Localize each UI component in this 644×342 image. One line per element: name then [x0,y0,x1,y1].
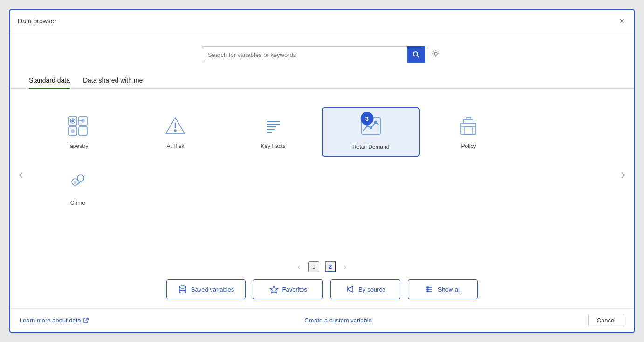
grid-item-key-facts[interactable]: Key Facts [224,107,322,157]
cancel-button[interactable]: Cancel [588,314,624,327]
svg-rect-44 [427,289,428,290]
svg-point-34 [179,286,186,288]
svg-point-8 [72,120,74,122]
by-source-button[interactable]: By source [330,279,400,299]
svg-line-36 [347,286,353,289]
pagination-row: ‹ 1 2 › [29,252,615,279]
grid-item-retail-demand[interactable]: 3 Retail Demand [322,107,420,157]
search-row [29,31,615,72]
svg-point-21 [374,121,377,124]
svg-point-10 [71,130,74,133]
retail-demand-label: Retail Demand [352,144,389,150]
key-facts-label: Key Facts [260,143,285,149]
search-input[interactable] [202,46,407,63]
dialog-header: Data browser × [10,10,634,31]
at-risk-label: At Risk [166,143,184,149]
svg-marker-35 [270,286,278,293]
at-risk-icon-wrap [162,113,188,139]
data-browser-dialog: Data browser × [9,9,635,333]
learn-more-link[interactable]: Learn more about data [20,317,89,324]
policy-label: Policy [461,143,476,149]
chevron-right-icon [619,172,626,179]
at-risk-icon [164,115,186,137]
pagination-next[interactable]: › [341,262,349,272]
svg-rect-43 [427,287,428,288]
key-facts-icon-wrap [260,113,286,139]
svg-point-0 [413,52,418,56]
gear-icon [431,49,440,58]
external-link-icon [83,318,89,323]
star-icon [269,285,279,294]
svg-point-33 [74,181,76,183]
show-all-button[interactable]: Show all [408,279,478,299]
favorites-button[interactable]: Favorites [253,279,323,299]
nav-arrow-right[interactable] [615,167,630,185]
page-2-button[interactable]: 2 [325,261,336,272]
database-icon [178,285,187,294]
dialog-title: Data browser [18,17,56,25]
grid-item-tapestry[interactable]: Tapestry [29,107,127,157]
saved-variables-button[interactable]: Saved variables [166,279,246,299]
settings-button[interactable] [429,47,442,63]
tapestry-icon-wrap [65,113,91,139]
tapestry-icon [67,115,89,137]
grid-item-crime[interactable]: Crime [29,164,127,212]
svg-line-46 [85,318,88,321]
chevron-left-icon [18,172,25,179]
dialog-footer: Learn more about data Create a custom va… [10,308,634,332]
content-area: Tapestry At Risk [29,100,615,252]
svg-rect-45 [427,291,428,292]
nav-arrow-left[interactable] [14,167,29,185]
svg-point-14 [174,130,176,132]
page-1-button[interactable]: 1 [308,261,319,272]
search-icon [412,51,420,58]
svg-rect-26 [465,127,472,134]
tabs-row: Standard data Data shared with me [10,72,634,89]
pagination-prev[interactable]: ‹ [295,262,303,272]
policy-icon [457,115,480,137]
bottom-actions: Saved variables Favorites By source [29,279,615,308]
svg-point-2 [434,52,437,55]
crime-icon-wrap [65,170,91,196]
policy-icon-wrap [455,113,481,139]
tapestry-label: Tapestry [67,143,88,149]
by-source-icon [345,285,355,294]
svg-rect-6 [79,127,87,135]
svg-point-22 [370,127,372,129]
tab-standard-data[interactable]: Standard data [29,73,70,89]
search-wrap [202,46,425,63]
svg-point-23 [366,125,368,127]
grid-item-policy[interactable]: Policy [420,107,518,157]
crime-icon [67,172,89,194]
list-icon [425,285,434,294]
close-button[interactable]: × [617,16,626,26]
grid-item-at-risk[interactable]: At Risk [127,107,225,157]
data-grid: Tapestry At Risk [29,100,615,219]
key-facts-icon [262,115,284,137]
retail-demand-badge: 3 [360,112,373,125]
search-button[interactable] [407,46,425,63]
dialog-body: Standard data Data shared with me [10,31,634,308]
tab-shared-data[interactable]: Data shared with me [83,73,143,89]
crime-label: Crime [70,200,85,206]
svg-line-1 [417,56,419,57]
create-custom-variable-button[interactable]: Create a custom variable [304,317,372,324]
svg-line-37 [347,289,353,292]
svg-rect-24 [461,123,476,134]
